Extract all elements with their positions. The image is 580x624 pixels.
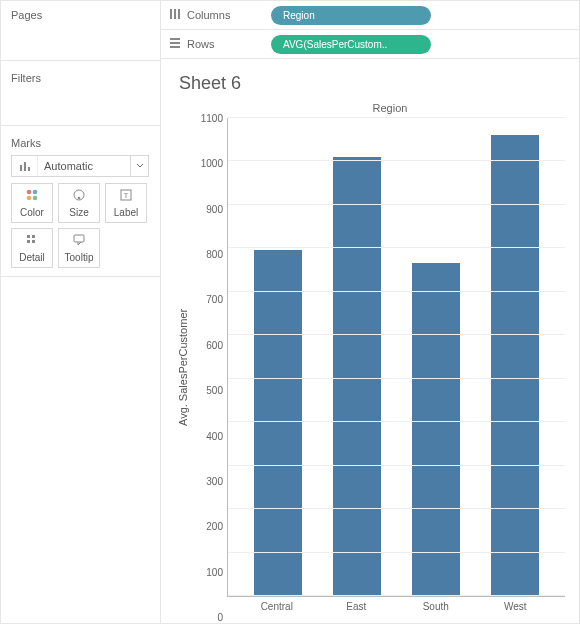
color-button[interactable]: Color [11, 183, 53, 223]
bar-east[interactable] [333, 157, 381, 596]
color-label: Color [20, 207, 44, 218]
size-label: Size [69, 207, 88, 218]
svg-rect-2 [28, 167, 30, 171]
chart-plot[interactable] [227, 118, 565, 597]
svg-rect-11 [27, 235, 30, 238]
bars-container [228, 118, 565, 596]
svg-rect-17 [174, 9, 176, 19]
tooltip-icon [72, 233, 86, 249]
svg-text:T: T [124, 191, 129, 200]
x-axis-ticks: CentralEastSouthWest [227, 597, 565, 617]
gridline [228, 465, 565, 466]
bar-south[interactable] [412, 263, 460, 596]
gridline [228, 160, 565, 161]
gridline [228, 508, 565, 509]
rows-shelf[interactable]: Rows AVG(SalesPerCustom.. [161, 30, 579, 59]
y-tick-label: 700 [206, 294, 223, 305]
gridline [228, 334, 565, 335]
columns-header: Columns [169, 8, 261, 22]
x-tick-label: South [412, 601, 460, 617]
gridline [228, 117, 565, 118]
svg-rect-19 [170, 38, 180, 40]
y-tick-label: 900 [206, 203, 223, 214]
y-tick-label: 200 [206, 521, 223, 532]
y-tick-label: 1000 [201, 158, 223, 169]
y-tick-label: 600 [206, 339, 223, 350]
svg-point-4 [33, 190, 38, 195]
svg-rect-13 [27, 240, 30, 243]
chart-subtitle: Region [175, 102, 565, 114]
marks-card: Marks Automatic Color [1, 126, 160, 277]
pill-text: Region [283, 10, 315, 21]
columns-shelf[interactable]: Columns Region [161, 1, 579, 30]
x-tick-label: West [491, 601, 539, 617]
y-axis-ticks: 010020030040050060070080090010001100 [191, 118, 227, 617]
y-tick-label: 1100 [201, 113, 223, 124]
pages-shelf[interactable]: Pages [1, 1, 160, 61]
app-root: Pages Filters Marks Automatic [0, 0, 580, 624]
pages-title: Pages [11, 9, 150, 21]
bar-central[interactable] [254, 250, 302, 596]
filters-shelf[interactable]: Filters [1, 61, 160, 126]
y-tick-label: 800 [206, 249, 223, 260]
color-icon [25, 188, 39, 204]
svg-point-3 [27, 190, 32, 195]
x-tick-label: Central [253, 601, 301, 617]
gridline [228, 552, 565, 553]
svg-rect-21 [170, 46, 180, 48]
detail-button[interactable]: Detail [11, 228, 53, 268]
svg-point-8 [78, 197, 81, 200]
y-tick-label: 0 [217, 612, 223, 623]
y-tick-label: 300 [206, 475, 223, 486]
svg-rect-1 [24, 162, 26, 171]
columns-label: Columns [187, 9, 230, 21]
svg-point-6 [33, 196, 38, 201]
svg-rect-18 [178, 9, 180, 19]
label-button[interactable]: T Label [105, 183, 147, 223]
columns-icon [169, 8, 181, 22]
svg-rect-16 [170, 9, 172, 19]
left-spacer [1, 277, 160, 623]
gridline [228, 595, 565, 596]
sheet-area: Sheet 6 Region Avg. SalesPerCustomer 010… [161, 59, 579, 623]
plot-wrap: Avg. SalesPerCustomer 010020030040050060… [175, 118, 565, 617]
svg-point-5 [27, 196, 32, 201]
right-panel: Columns Region Rows AVG(SalesPerCustom..… [161, 1, 579, 623]
svg-rect-14 [32, 240, 35, 243]
filters-title: Filters [11, 72, 150, 84]
chevron-down-icon [130, 156, 148, 176]
svg-rect-12 [32, 235, 35, 238]
marks-title: Marks [11, 137, 150, 149]
gridline [228, 247, 565, 248]
columns-pill-region[interactable]: Region [271, 6, 431, 25]
svg-rect-0 [20, 165, 22, 171]
sheet-title[interactable]: Sheet 6 [179, 73, 565, 94]
size-button[interactable]: Size [58, 183, 100, 223]
marks-buttons: Color Size T Label [11, 183, 150, 268]
rows-pill-avg-sales[interactable]: AVG(SalesPerCustom.. [271, 35, 431, 54]
gridline [228, 291, 565, 292]
y-tick-label: 100 [206, 566, 223, 577]
rows-icon [169, 37, 181, 51]
size-icon [72, 188, 86, 204]
y-axis-label: Avg. SalesPerCustomer [175, 118, 191, 617]
label-label: Label [114, 207, 138, 218]
rows-label: Rows [187, 38, 215, 50]
svg-rect-15 [74, 235, 84, 242]
y-tick-label: 500 [206, 385, 223, 396]
detail-icon [25, 233, 39, 249]
gridline [228, 204, 565, 205]
y-tick-label: 400 [206, 430, 223, 441]
tooltip-button[interactable]: Tooltip [58, 228, 100, 268]
rows-header: Rows [169, 37, 261, 51]
mark-type-label: Automatic [38, 160, 130, 172]
gridline [228, 421, 565, 422]
detail-label: Detail [19, 252, 45, 263]
mark-type-dropdown[interactable]: Automatic [11, 155, 149, 177]
left-panel: Pages Filters Marks Automatic [1, 1, 161, 623]
tooltip-label: Tooltip [65, 252, 94, 263]
bar-icon [12, 156, 38, 176]
plot-right: CentralEastSouthWest [227, 118, 565, 617]
label-icon: T [119, 188, 133, 204]
pill-text: AVG(SalesPerCustom.. [283, 39, 387, 50]
